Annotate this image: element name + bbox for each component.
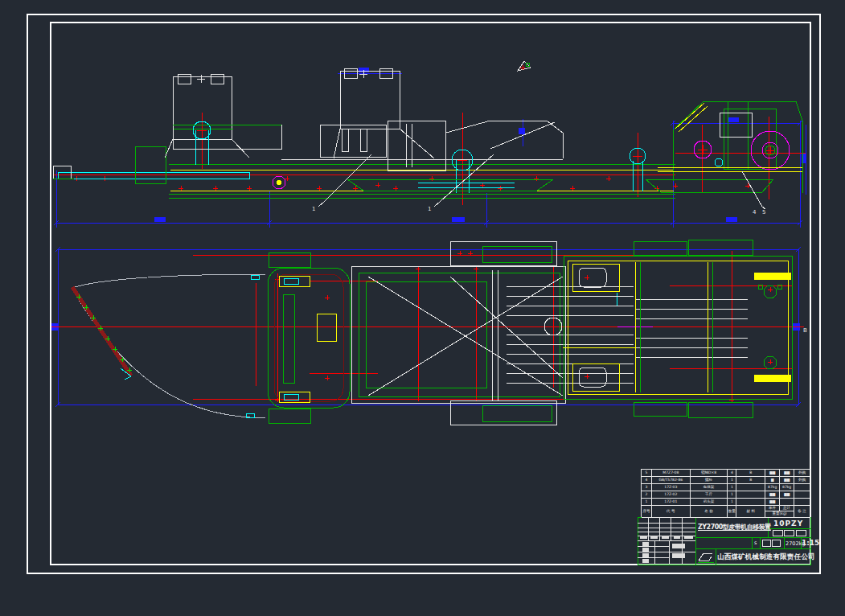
bom-cell-6: ▆▆	[780, 470, 794, 477]
scale-value: 1:15	[802, 539, 819, 547]
bom-row: 4GB/T5782-86螺栓1B▆▆▆外购	[642, 477, 810, 484]
plan-view: B	[51, 240, 807, 425]
push-bar	[53, 166, 285, 189]
bom-cell-6: ▆▆	[780, 491, 794, 499]
bom-cell-1: GB/T5782-86	[652, 477, 691, 484]
plan-head-frame	[268, 253, 350, 423]
bom-header-3: 数量	[728, 506, 736, 518]
drawing-number: 10PZY	[773, 519, 803, 528]
bom-cell-4: B	[736, 470, 765, 477]
bom-cell-4	[736, 484, 765, 491]
bom-cell-3: 4	[728, 470, 736, 477]
bom-cell-3: 1	[728, 491, 736, 499]
plan-mid-frame	[351, 241, 653, 425]
bom-cell-2: 电缆架	[691, 484, 728, 491]
bom-cell-4	[736, 499, 765, 506]
side-view-dimensions	[54, 68, 806, 228]
bom-cell-3: 1	[728, 477, 736, 484]
bom-row: 217Z-02千斤1▆▆▆▆	[642, 491, 810, 499]
stage-mark: s	[754, 540, 757, 546]
bom-cell-3: 1	[728, 499, 736, 506]
bom-row: 5M7Z7-08销轴D×84B▆▆▆▆外购	[642, 470, 810, 477]
balloon-5: 5	[762, 209, 765, 216]
left-bracket	[135, 146, 166, 183]
bom-header-total: 总计	[780, 506, 794, 511]
anchor-nose	[72, 274, 265, 418]
bom-cell-7	[794, 499, 810, 506]
bom-header-row: 序号代 号名 称数量材 料单件总计重量(kg)备 注	[642, 506, 810, 518]
bom-header-unit: 单件	[765, 506, 780, 511]
bom-cell-5: ▆▆	[765, 470, 780, 477]
plan-tail-frame	[563, 240, 792, 417]
bom-cell-0: 3	[642, 484, 652, 491]
bom-cell-7: 外购	[794, 477, 810, 484]
signature-grid	[638, 517, 695, 565]
bom-header-1: 代 号	[652, 506, 691, 518]
bom-cell-0: 2	[642, 491, 652, 499]
company-logo-icon	[698, 553, 714, 562]
plan-view-centerlines	[51, 251, 804, 402]
balloon-1: 1	[312, 206, 315, 212]
bom-cell-7: 外购	[794, 470, 810, 477]
bom-cell-0: 5	[642, 470, 652, 477]
bom-cell-2: 螺栓	[691, 477, 728, 484]
bom-cell-0: 1	[642, 499, 652, 506]
bom-cell-1: 17Z-03	[652, 484, 691, 491]
bom-cell-0: 4	[642, 477, 652, 484]
bom-cell-1: 17Z-01	[652, 499, 691, 506]
bom-cell-5: ▆▆	[765, 491, 780, 499]
support-tower-1	[165, 74, 249, 165]
bom-cell-2: 销轴D×8	[691, 470, 728, 477]
bom-cell-6	[780, 499, 794, 506]
bom-table: 5M7Z7-08销轴D×84B▆▆▆▆外购4GB/T5782-86螺栓1B▆▆▆…	[641, 469, 810, 517]
bom-cell-1: 17Z-02	[652, 491, 691, 499]
bom-cell-3: 1	[728, 484, 736, 491]
bom-cell-2: 机头架	[691, 499, 728, 506]
bom-header-weight: 单件总计重量(kg)	[765, 506, 794, 518]
bom-header-weight-caption: 重量(kg)	[765, 511, 794, 518]
bom-cell-5: ▆▆	[765, 499, 780, 506]
drawing-title: ZY2700型皮带机自移装置	[698, 523, 767, 532]
bom-row: 117Z-01机头架1▆▆	[642, 499, 810, 506]
section-label-b: B	[803, 327, 807, 334]
balloon-2: 1	[428, 206, 431, 212]
bom-cell-1: M7Z7-08	[652, 470, 691, 477]
bom-cell-7	[794, 484, 810, 491]
side-view: 1 1 4 5	[53, 61, 806, 228]
bom-header-0: 序号	[642, 506, 652, 518]
bom-header-2: 名 称	[691, 506, 728, 518]
bom-cell-4: B	[736, 477, 765, 484]
bom-cell-7	[794, 491, 810, 499]
bom-row: 317Z-03电缆架187kg87kg	[642, 484, 810, 491]
bom-cell-6: ▆▆	[780, 477, 794, 484]
bom-cell-5: 87kg	[765, 484, 780, 491]
bom-header-remark: 备 注	[794, 506, 810, 518]
bom-header-4: 材 料	[736, 506, 765, 518]
bom-cell-2: 千斤	[691, 491, 728, 499]
bom-cell-5: ▆	[765, 477, 780, 484]
company-name: 山西煤矿机械制造有限责任公司	[717, 552, 810, 562]
bom-cell-4	[736, 491, 765, 499]
balloon-4: 4	[753, 209, 757, 216]
cad-viewport: 1 1 4 5 B	[0, 0, 845, 616]
bom-cell-6: 87kg	[780, 484, 794, 491]
